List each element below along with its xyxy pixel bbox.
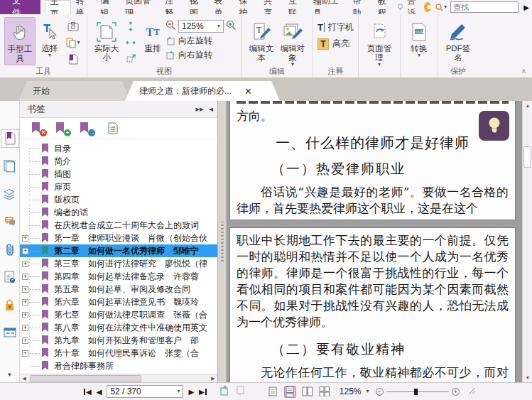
bookmark-item[interactable]: +第四章 如何起草法律备忘录 许蓉蓉 <box>20 270 217 283</box>
actual-size-button[interactable]: 实际大小 <box>92 17 121 64</box>
bookmark-expand-toggle[interactable]: + <box>22 337 28 344</box>
bookmark-item[interactable]: +编者的话 <box>20 206 217 219</box>
snapshot-icon[interactable] <box>65 20 81 33</box>
highlight-button[interactable]: T 高亮 <box>317 38 354 50</box>
file-menu-button[interactable]: 文件 <box>0 0 40 14</box>
bookmark-item[interactable]: +简介 <box>20 155 217 168</box>
attachments-panel-button[interactable] <box>1 240 19 259</box>
smart-assistant-button[interactable] <box>479 111 509 141</box>
bookmark-expand-toggle[interactable]: + <box>22 312 28 318</box>
assistant-icon[interactable] <box>424 2 432 12</box>
bookmark-item[interactable]: +目录 <box>20 142 217 155</box>
bookmark-item[interactable]: +君合律師事務所 <box>20 360 217 372</box>
pdf-sign-button[interactable]: PDF签名 <box>443 17 474 64</box>
hand-tool-button[interactable]: 手型工具 <box>4 17 36 65</box>
menu-item-4[interactable]: 注释 <box>160 0 185 14</box>
zoom-in-icon[interactable] <box>226 20 237 33</box>
bookmark-item[interactable]: +第七章 如何做法律尽职调查 张薇（合 <box>20 308 217 321</box>
bookmark-expand-toggle[interactable]: + <box>22 286 28 293</box>
fields-panel-button[interactable] <box>1 323 19 342</box>
bookmark-item[interactable]: +第二章 如何做一名优秀律师 邹唯宁 <box>20 244 217 257</box>
zoom-level-combo[interactable]: 125%▾ <box>178 20 224 33</box>
menu-item-7[interactable]: 保护 <box>234 0 259 14</box>
select-tool-button[interactable]: 选择 ▾ <box>36 17 64 59</box>
menu-item-5[interactable]: 视图 <box>185 0 210 14</box>
panel-collapse-icon[interactable]: ◂ <box>209 104 213 114</box>
find-input[interactable] <box>450 1 519 13</box>
hscroll-right-icon[interactable]: ▶ <box>209 376 217 382</box>
collapse-ribbon-icon[interactable]: ∧ <box>521 67 526 75</box>
menu-item-1[interactable]: 转换 <box>71 0 96 14</box>
menu-item-6[interactable]: 表单 <box>210 0 234 14</box>
hscroll-thumb[interactable] <box>30 375 141 382</box>
fit-page-icon[interactable] <box>123 20 139 33</box>
bookmark-hscrollbar[interactable]: ◀ ▶ <box>20 374 217 382</box>
menu-item-11[interactable]: 帮助 <box>348 0 373 14</box>
facing-layout-icon[interactable] <box>301 386 313 398</box>
pages-panel-button[interactable] <box>1 157 19 175</box>
typewriter-button[interactable]: T 打字机 <box>317 21 354 33</box>
zoom-out-icon[interactable] <box>165 20 176 33</box>
zoom-plus-icon[interactable]: + <box>452 388 460 396</box>
zoom-slider[interactable]: − + <box>376 388 460 396</box>
search-icon[interactable]: ▾ <box>435 3 447 12</box>
bookmark-expand-toggle[interactable]: + <box>22 274 28 280</box>
document-tab-1[interactable]: 律师之道：新律师的必...✕ <box>125 81 280 101</box>
bookmark-item[interactable]: +扉页 <box>20 180 217 193</box>
bookmark-item[interactable]: +第一章 律师职业漫谈 肖微（创始合伙 <box>20 232 217 244</box>
first-page-button[interactable]: ◀ <box>84 388 92 396</box>
scroll-up-icon[interactable]: ▲ <box>523 101 532 110</box>
bookmark-item[interactable]: +第十章 如何代理民事诉讼 张雯（合 <box>20 347 217 360</box>
page-manage-button[interactable]: 页面管理 ▾ <box>363 17 396 68</box>
vscroll-thumb[interactable] <box>523 146 531 168</box>
previous-page-button[interactable]: ◀ <box>97 388 102 396</box>
security-panel-button[interactable] <box>1 296 19 314</box>
menu-overflow-arrow[interactable]: ▶ <box>522 4 531 11</box>
menu-item-12[interactable]: 教程 <box>372 0 397 14</box>
close-tab-icon[interactable]: ✕ <box>244 86 252 97</box>
edit-text-button[interactable]: T 编辑文本 <box>246 17 277 64</box>
bookmark-item[interactable]: +版权页 <box>20 193 217 206</box>
vertical-scrollbar[interactable]: ▲ ▼ <box>522 101 532 382</box>
bookmark-item[interactable]: +第九章 如何开拓业务和管理客户 邵 <box>20 334 217 347</box>
bookmark-expand-toggle[interactable]: + <box>22 235 28 242</box>
fit-width-icon[interactable] <box>123 36 139 49</box>
bookmark-item[interactable]: +第六章 如何起草法律意见书 魏瑛玲 <box>20 296 217 308</box>
menu-item-9[interactable]: 互联 <box>283 0 308 14</box>
document-tab-0[interactable]: 开始 <box>18 81 131 101</box>
previous-view-button[interactable] <box>219 385 230 398</box>
layers-panel-button[interactable] <box>1 185 19 203</box>
menu-item-3[interactable]: 页面管理 <box>120 0 160 14</box>
bookmark-item[interactable]: +在庆祝君合成立二十周年大会上的致词 <box>20 219 217 232</box>
next-page-button[interactable]: ▶ <box>188 388 194 396</box>
reflow-button[interactable]: TT 重排 <box>140 17 165 55</box>
last-page-button[interactable]: ▶ <box>199 388 207 396</box>
continuous-layout-icon[interactable] <box>284 386 296 398</box>
goto-bookmark-button[interactable]: → <box>80 122 92 135</box>
convert-button[interactable]: OCR 转换 ▾ <box>405 17 433 59</box>
bookmark-item[interactable]: +第三章 如何进行法律研究 廖悦悦（律 <box>20 257 217 270</box>
menu-item-0[interactable]: 王页 <box>45 0 71 14</box>
menu-item-2[interactable]: 编辑 <box>95 0 120 14</box>
facing-continuous-layout-icon[interactable] <box>318 386 330 398</box>
bookmark-expand-toggle[interactable]: + <box>22 299 28 306</box>
next-view-button[interactable] <box>235 385 246 398</box>
hscroll-left-icon[interactable]: ◀ <box>20 376 28 382</box>
bookmark-item[interactable]: +第八章 如何在法律文件中准确使用英文 <box>20 321 217 334</box>
menu-item-10[interactable]: 辅助工具 <box>308 0 348 14</box>
page-number-combo[interactable]: ▾ <box>107 385 183 398</box>
bookmarks-panel-button[interactable] <box>1 129 19 148</box>
delete-bookmark-button[interactable]: ✕ <box>31 122 44 135</box>
edit-object-button[interactable]: 编辑对象 ▾ <box>277 17 308 68</box>
bookmark-expand-toggle[interactable]: + <box>22 325 28 331</box>
more-panels-icon[interactable]: ▼ <box>0 372 19 378</box>
scroll-down-icon[interactable]: ▼ <box>523 373 532 382</box>
bookmark-item[interactable]: +第五章 如何起草、审阅及修改合同 <box>20 283 217 296</box>
comments-panel-button[interactable] <box>1 212 19 231</box>
rotate-right-button[interactable]: 向右旋转 <box>165 49 237 61</box>
page-number-input[interactable] <box>110 387 167 396</box>
zoom-dropdown-icon[interactable]: ▾ <box>367 389 369 394</box>
zoom-slider-thumb[interactable] <box>414 389 418 395</box>
rotate-left-button[interactable]: 向左旋转 <box>165 35 237 47</box>
panel-expand-icon[interactable]: ▸▸ <box>195 104 203 114</box>
